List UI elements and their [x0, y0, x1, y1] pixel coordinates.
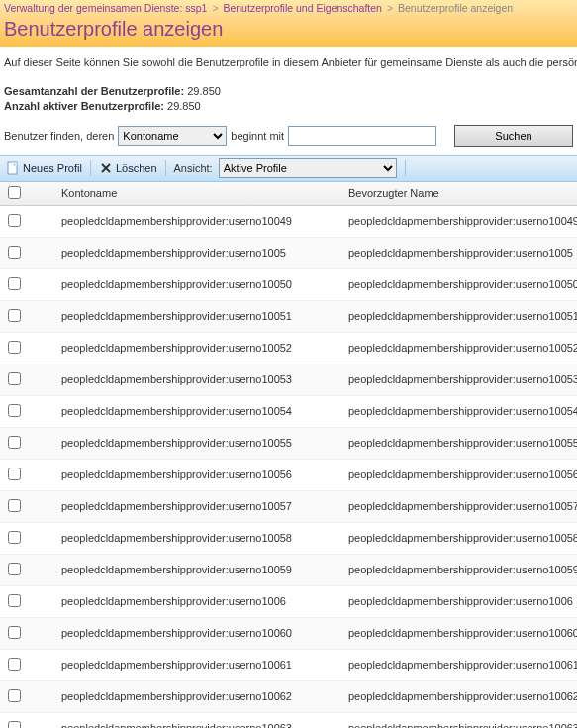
table-row: peopledcldapmembershipprovider:userno100… [0, 680, 577, 712]
profiles-table-wrap: Kontoname Bevorzugter Name peopledcldapm… [0, 182, 577, 728]
table-row: peopledcldapmembershipprovider:userno100… [0, 268, 577, 300]
row-checkbox[interactable] [8, 277, 21, 290]
cell-account[interactable]: peopledcldapmembershipprovider:userno100… [55, 522, 342, 554]
cell-account[interactable]: peopledcldapmembershipprovider:userno100… [55, 395, 342, 427]
cell-account[interactable]: peopledcldapmembershipprovider:userno100… [55, 649, 342, 680]
intro-text: Auf dieser Seite können Sie sowohl die B… [0, 47, 577, 72]
breadcrumb-current: Benutzerprofile anzeigen [398, 2, 513, 14]
table-row: peopledcldapmembershipprovider:userno100… [0, 585, 577, 617]
new-document-icon [6, 161, 20, 175]
row-spacer [28, 268, 55, 300]
row-spacer [28, 522, 55, 554]
row-spacer [28, 427, 55, 459]
new-profile-button[interactable]: Neues Profil [6, 161, 82, 175]
table-row: peopledcldapmembershipprovider:userno100… [0, 490, 577, 522]
breadcrumb-link-1[interactable]: Verwaltung der gemeinsamen Dienste: ssp1 [4, 2, 207, 14]
row-spacer [28, 205, 55, 237]
header-account[interactable]: Kontoname [55, 182, 342, 206]
stats-block: Gesamtanzahl der Benutzerprofile: 29.850… [0, 72, 577, 115]
cell-account[interactable]: peopledcldapmembershipprovider:userno100… [55, 205, 342, 237]
header-preferred[interactable]: Bevorzugter Name [342, 182, 577, 206]
cell-account[interactable]: peopledcldapmembershipprovider:userno100… [55, 585, 342, 617]
row-checkbox[interactable] [8, 404, 21, 417]
chevron-right-icon: > [212, 2, 218, 14]
cell-preferred: peopledcldapmembershipprovider:userno100… [342, 237, 577, 268]
delete-x-icon [99, 161, 113, 175]
cell-preferred: peopledcldapmembershipprovider:userno100… [342, 332, 577, 364]
search-row: Benutzer finden, deren Kontoname beginnt… [0, 115, 577, 155]
toolbar-separator [90, 160, 91, 176]
cell-preferred: peopledcldapmembershipprovider:userno100… [342, 554, 577, 585]
cell-preferred: peopledcldapmembershipprovider:userno100… [342, 522, 577, 554]
search-beginswith-label: beginnt mit [231, 130, 284, 142]
cell-account[interactable]: peopledcldapmembershipprovider:userno100… [55, 490, 342, 522]
select-all-checkbox[interactable] [8, 186, 21, 199]
row-checkbox[interactable] [8, 499, 21, 512]
delete-button[interactable]: Löschen [99, 161, 157, 175]
breadcrumb-link-2[interactable]: Benutzerprofile und Eigenschaften [223, 2, 382, 14]
breadcrumb: Verwaltung der gemeinsamen Dienste: ssp1… [0, 0, 577, 16]
row-checkbox[interactable] [8, 214, 21, 227]
row-checkbox[interactable] [8, 246, 21, 259]
cell-preferred: peopledcldapmembershipprovider:userno100… [342, 427, 577, 459]
row-checkbox[interactable] [8, 563, 21, 575]
cell-account[interactable]: peopledcldapmembershipprovider:userno100… [55, 712, 342, 728]
page-title: Benutzerprofile anzeigen [0, 16, 577, 47]
cell-preferred: peopledcldapmembershipprovider:userno100… [342, 364, 577, 395]
search-input[interactable] [288, 126, 436, 146]
chevron-right-icon: > [387, 2, 393, 14]
total-profiles-value: 29.850 [187, 85, 221, 97]
table-row: peopledcldapmembershipprovider:userno100… [0, 649, 577, 680]
cell-preferred: peopledcldapmembershipprovider:userno100… [342, 205, 577, 237]
table-row: peopledcldapmembershipprovider:userno100… [0, 237, 577, 268]
row-spacer [28, 395, 55, 427]
cell-preferred: peopledcldapmembershipprovider:userno100… [342, 649, 577, 680]
cell-account[interactable]: peopledcldapmembershipprovider:userno100… [55, 459, 342, 490]
row-spacer [28, 680, 55, 712]
row-checkbox[interactable] [8, 309, 21, 322]
cell-preferred: peopledcldapmembershipprovider:userno100… [342, 395, 577, 427]
svg-rect-1 [13, 162, 17, 166]
cell-preferred: peopledcldapmembershipprovider:userno100… [342, 300, 577, 332]
row-spacer [28, 332, 55, 364]
row-checkbox[interactable] [8, 689, 21, 702]
toolbar: Neues Profil Löschen Ansicht: Aktive Pro… [0, 155, 577, 182]
search-button[interactable]: Suchen [454, 125, 573, 147]
row-checkbox[interactable] [8, 372, 21, 385]
view-select[interactable]: Aktive Profile [219, 158, 397, 178]
cell-preferred: peopledcldapmembershipprovider:userno100… [342, 490, 577, 522]
cell-account[interactable]: peopledcldapmembershipprovider:userno100… [55, 237, 342, 268]
table-row: peopledcldapmembershipprovider:userno100… [0, 617, 577, 649]
table-row: peopledcldapmembershipprovider:userno100… [0, 712, 577, 728]
search-field-select[interactable]: Kontoname [118, 126, 227, 146]
row-spacer [28, 554, 55, 585]
cell-preferred: peopledcldapmembershipprovider:userno100… [342, 712, 577, 728]
cell-account[interactable]: peopledcldapmembershipprovider:userno100… [55, 268, 342, 300]
active-profiles-label: Anzahl aktiver Benutzerprofile: [4, 100, 164, 112]
row-checkbox[interactable] [8, 341, 21, 354]
cell-account[interactable]: peopledcldapmembershipprovider:userno100… [55, 617, 342, 649]
total-profiles-label: Gesamtanzahl der Benutzerprofile: [4, 85, 184, 97]
cell-account[interactable]: peopledcldapmembershipprovider:userno100… [55, 554, 342, 585]
table-row: peopledcldapmembershipprovider:userno100… [0, 522, 577, 554]
profiles-table: Kontoname Bevorzugter Name peopledcldapm… [0, 182, 577, 728]
toolbar-separator [405, 160, 406, 176]
row-checkbox[interactable] [8, 436, 21, 449]
cell-account[interactable]: peopledcldapmembershipprovider:userno100… [55, 300, 342, 332]
row-checkbox[interactable] [8, 468, 21, 480]
row-checkbox[interactable] [8, 626, 21, 639]
table-row: peopledcldapmembershipprovider:userno100… [0, 300, 577, 332]
row-spacer [28, 490, 55, 522]
row-checkbox[interactable] [8, 594, 21, 607]
cell-account[interactable]: peopledcldapmembershipprovider:userno100… [55, 680, 342, 712]
row-checkbox[interactable] [8, 658, 21, 671]
cell-preferred: peopledcldapmembershipprovider:userno100… [342, 680, 577, 712]
cell-account[interactable]: peopledcldapmembershipprovider:userno100… [55, 364, 342, 395]
cell-account[interactable]: peopledcldapmembershipprovider:userno100… [55, 332, 342, 364]
row-checkbox[interactable] [8, 721, 21, 728]
row-spacer [28, 617, 55, 649]
row-spacer [28, 712, 55, 728]
search-prefix-label: Benutzer finden, deren [4, 130, 114, 142]
cell-account[interactable]: peopledcldapmembershipprovider:userno100… [55, 427, 342, 459]
row-checkbox[interactable] [8, 531, 21, 544]
